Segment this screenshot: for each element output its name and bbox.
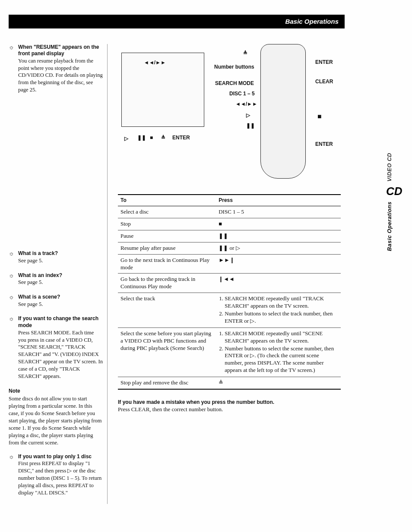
footer-note: If you have made a mistake when you pres… [118,399,345,413]
table-row: Stop play and remove the disc≜ [118,377,341,389]
cell-to: Resume play after pause [118,242,216,254]
tip-title: If you want to play only 1 disc [18,453,103,460]
main-content: ◄◄/►► ≜ Number buttons SEARCH MODE DISC … [118,44,345,504]
table-row: Select the scene before you start playin… [118,327,341,377]
cell-press: ≜ [216,377,341,389]
tip-body: See page 5. [18,279,62,286]
sidebar-tips: ☼ When "RESUME" appears on the front pan… [9,44,108,504]
footer-body: Press CLEAR, then the correct number but… [118,406,345,413]
label-play: ▷ [246,112,250,119]
label-stop: ■ [317,112,322,121]
tip-scene: ☼ What is a scene? See page 5. [9,294,103,308]
label-enter: ENTER [172,135,190,142]
tab-videocd: VIDEO CD [386,153,393,182]
cell-press: SEARCH MODE repeatedly until "SCENE SEAR… [216,327,341,377]
tip-title: What is an index? [18,272,62,279]
tip-body: Press SEARCH MODE. Each time you press i… [18,329,103,380]
th-to: To [118,195,216,206]
cell-to: Pause [118,230,216,242]
tip-body: See page 5. [18,257,58,264]
table-row: Go back to the preceding track in Contin… [118,274,341,293]
tip-title: What is a scene? [18,294,60,301]
label-eject-front: ≜ [161,135,165,142]
section-header: Basic Operations [9,15,345,28]
tip-search-mode: ☼ If you want to change the search mode … [9,315,103,380]
tip-play-one-disc: ☼ If you want to play only 1 disc First … [9,453,103,497]
cell-press: SEARCH MODE repeatedly until "TRACK SEAR… [216,293,341,328]
label-clear: CLEAR [315,79,333,85]
hint-icon: ☼ [9,272,16,286]
label-enter: ENTER [315,141,333,148]
tip-resume: ☼ When "RESUME" appears on the front pan… [9,44,103,94]
hint-icon: ☼ [9,315,16,380]
side-tabs: VIDEO CD CD Basic Operations [386,153,402,312]
cell-press: DISC 1 – 5 [216,206,341,218]
hint-icon: ☼ [9,44,16,94]
tip-title: If you want to change the search mode [18,315,103,329]
hint-icon: ☼ [9,250,16,264]
label-enter: ENTER [315,59,333,66]
cell-press: ❚❚ [216,230,341,242]
tip-track: ☼ What is a track? See page 5. [9,250,103,264]
tip-index: ☼ What is an index? See page 5. [9,272,103,286]
table-row: Resume play after pause❚❚ or ▷ [118,242,341,254]
table-row: Go to the next track in Continuous Play … [118,254,341,274]
section-title: Basic Operations [285,18,339,25]
cell-to: Stop play and remove the disc [118,377,216,389]
tip-title: What is a track? [18,250,58,257]
hint-icon: ☼ [9,453,16,497]
cell-to: Select the track [118,293,216,328]
press-step: Number buttons to select the track numbe… [225,310,338,325]
cell-to: Select a disc [118,206,216,218]
label-stop-front: ■ [150,135,153,142]
table-row: Select a discDISC 1 – 5 [118,206,341,218]
cell-press: ■ [216,218,341,230]
label-play-front: ▷ [124,135,128,142]
table-row: Pause❚❚ [118,230,341,242]
device-diagram: ◄◄/►► ≜ Number buttons SEARCH MODE DISC … [118,44,338,191]
cell-to: Stop [118,218,216,230]
label-skip: ◄◄/►► [144,60,166,66]
tip-body: You can resume playback from the point w… [18,57,103,94]
label-pause: ❚❚ [246,123,255,129]
footer-bold: If you have made a mistake when you pres… [118,399,345,406]
label-pause-front: ❚❚ [137,135,146,142]
note-body: Some discs do not allow you to start pla… [9,395,103,446]
hint-icon: ☼ [9,294,16,308]
cell-press: ►►❙ [216,254,341,274]
tab-cd: CD [386,184,402,199]
cell-press: ❙◄◄ [216,274,341,293]
note-title: Note [9,388,103,395]
note: Note Some discs do not allow you to star… [9,388,103,447]
th-press: Press [216,195,341,206]
press-step: SEARCH MODE repeatedly until "TRACK SEAR… [225,295,338,310]
tip-title: When "RESUME" appears on the front panel… [18,44,103,57]
label-skip2: ◄◄/►► [235,101,257,108]
label-disc: DISC 1 – 5 [229,91,255,98]
label-search-mode: SEARCH MODE [215,80,254,87]
cell-to: Go back to the preceding track in Contin… [118,274,216,293]
press-step: Number buttons to select the scene numbe… [225,345,338,375]
page-number: 15 [366,501,376,504]
label-eject: ≜ [243,50,247,57]
operations-table: To Press Select a discDISC 1 – 5Stop■Pau… [118,194,341,390]
remote-illustration [260,44,306,179]
cell-to: Go to the next track in Continuous Play … [118,254,216,274]
table-row: Stop■ [118,218,341,230]
tip-body: See page 5. [18,301,60,308]
table-row: Select the trackSEARCH MODE repeatedly u… [118,293,341,328]
cell-to: Select the scene before you start playin… [118,327,216,377]
label-number-buttons: Number buttons [214,64,254,71]
tip-body: First press REPEAT to display "1 DISC," … [18,460,103,496]
tab-section: Basic Operations [386,201,393,251]
press-step: SEARCH MODE repeatedly until "SCENE SEAR… [225,330,338,345]
cell-press: ❚❚ or ▷ [216,242,341,254]
